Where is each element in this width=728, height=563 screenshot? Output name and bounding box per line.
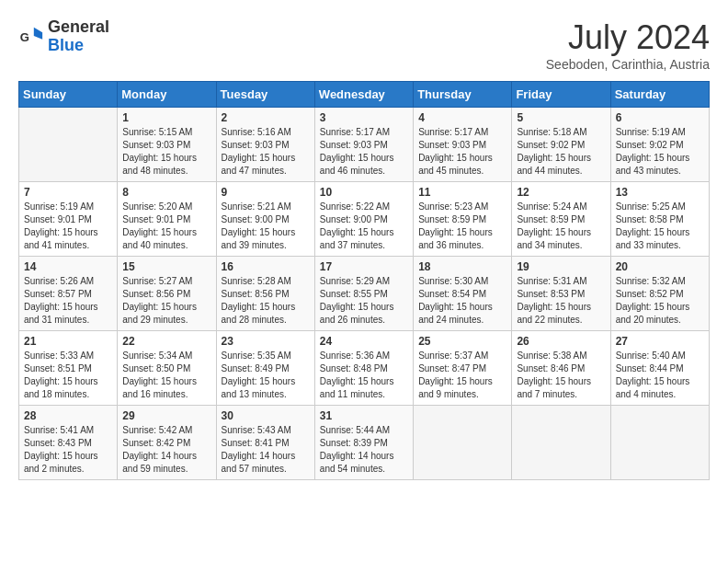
calendar-cell: 24Sunrise: 5:36 AM Sunset: 8:48 PM Dayli… [314,331,413,406]
day-info: Sunrise: 5:21 AM Sunset: 9:00 PM Dayligh… [222,201,310,252]
calendar-cell: 12Sunrise: 5:24 AM Sunset: 8:59 PM Dayli… [512,182,610,257]
day-number: 15 [122,260,210,273]
title-block: July 2024 Seeboden, Carinthia, Austria [546,18,710,72]
day-number: 9 [222,186,310,199]
calendar-cell: 30Sunrise: 5:43 AM Sunset: 8:41 PM Dayli… [216,406,314,480]
location: Seeboden, Carinthia, Austria [546,57,710,72]
day-info: Sunrise: 5:41 AM Sunset: 8:43 PM Dayligh… [24,424,112,476]
day-info: Sunrise: 5:17 AM Sunset: 9:03 PM Dayligh… [418,126,506,178]
calendar-cell: 16Sunrise: 5:28 AM Sunset: 8:56 PM Dayli… [216,257,314,331]
day-number: 26 [517,335,605,348]
weekday-header-wednesday: Wednesday [314,82,413,108]
calendar-cell: 19Sunrise: 5:31 AM Sunset: 8:53 PM Dayli… [512,257,610,331]
day-info: Sunrise: 5:24 AM Sunset: 8:59 PM Dayligh… [517,201,605,252]
day-info: Sunrise: 5:35 AM Sunset: 8:49 PM Dayligh… [222,350,310,401]
week-row-1: 1Sunrise: 5:15 AM Sunset: 9:03 PM Daylig… [19,108,710,182]
calendar-cell: 13Sunrise: 5:25 AM Sunset: 8:58 PM Dayli… [610,182,709,257]
logo: G General Blue [18,18,109,55]
day-number: 10 [320,186,408,199]
day-info: Sunrise: 5:27 AM Sunset: 8:56 PM Dayligh… [122,275,210,327]
week-row-5: 28Sunrise: 5:41 AM Sunset: 8:43 PM Dayli… [19,406,710,480]
day-number: 5 [517,111,605,124]
calendar-cell: 10Sunrise: 5:22 AM Sunset: 9:00 PM Dayli… [314,182,413,257]
logo-blue-text: Blue [48,37,109,55]
day-info: Sunrise: 5:25 AM Sunset: 8:58 PM Dayligh… [616,201,704,252]
calendar-cell: 18Sunrise: 5:30 AM Sunset: 8:54 PM Dayli… [414,257,512,331]
day-info: Sunrise: 5:36 AM Sunset: 8:48 PM Dayligh… [320,350,408,401]
calendar-cell: 27Sunrise: 5:40 AM Sunset: 8:44 PM Dayli… [610,331,709,406]
calendar-cell: 1Sunrise: 5:15 AM Sunset: 9:03 PM Daylig… [118,108,216,182]
calendar-cell: 26Sunrise: 5:38 AM Sunset: 8:46 PM Dayli… [512,331,610,406]
month-year: July 2024 [546,18,710,57]
day-info: Sunrise: 5:29 AM Sunset: 8:55 PM Dayligh… [320,275,408,327]
day-info: Sunrise: 5:34 AM Sunset: 8:50 PM Dayligh… [122,350,210,401]
day-info: Sunrise: 5:19 AM Sunset: 9:01 PM Dayligh… [24,201,112,252]
calendar-cell: 17Sunrise: 5:29 AM Sunset: 8:55 PM Dayli… [314,257,413,331]
day-number: 16 [222,260,310,273]
day-number: 20 [616,260,704,273]
day-number: 1 [122,111,210,124]
weekday-header-saturday: Saturday [610,82,709,108]
day-info: Sunrise: 5:37 AM Sunset: 8:47 PM Dayligh… [418,350,506,401]
day-info: Sunrise: 5:32 AM Sunset: 8:52 PM Dayligh… [616,275,704,327]
day-number: 11 [418,186,506,199]
calendar-table: SundayMondayTuesdayWednesdayThursdayFrid… [18,81,710,480]
day-number: 18 [418,260,506,273]
day-number: 24 [320,335,408,348]
day-info: Sunrise: 5:44 AM Sunset: 8:39 PM Dayligh… [320,424,408,476]
weekday-header-friday: Friday [512,82,610,108]
day-number: 19 [517,260,605,273]
day-number: 7 [24,186,112,199]
calendar-cell [19,108,118,182]
calendar-cell: 21Sunrise: 5:33 AM Sunset: 8:51 PM Dayli… [19,331,118,406]
day-number: 28 [24,409,112,422]
weekday-header-monday: Monday [118,82,216,108]
calendar-cell: 20Sunrise: 5:32 AM Sunset: 8:52 PM Dayli… [610,257,709,331]
day-number: 31 [320,409,408,422]
calendar-cell: 5Sunrise: 5:18 AM Sunset: 9:02 PM Daylig… [512,108,610,182]
weekday-header-row: SundayMondayTuesdayWednesdayThursdayFrid… [19,82,710,108]
day-info: Sunrise: 5:28 AM Sunset: 8:56 PM Dayligh… [222,275,310,327]
week-row-4: 21Sunrise: 5:33 AM Sunset: 8:51 PM Dayli… [19,331,710,406]
calendar-cell: 3Sunrise: 5:17 AM Sunset: 9:03 PM Daylig… [314,108,413,182]
calendar-cell: 22Sunrise: 5:34 AM Sunset: 8:50 PM Dayli… [118,331,216,406]
calendar-cell: 11Sunrise: 5:23 AM Sunset: 8:59 PM Dayli… [414,182,512,257]
calendar-cell: 7Sunrise: 5:19 AM Sunset: 9:01 PM Daylig… [19,182,118,257]
svg-marker-1 [34,28,42,40]
calendar-cell: 23Sunrise: 5:35 AM Sunset: 8:49 PM Dayli… [216,331,314,406]
calendar-cell: 9Sunrise: 5:21 AM Sunset: 9:00 PM Daylig… [216,182,314,257]
day-number: 4 [418,111,506,124]
day-number: 8 [122,186,210,199]
day-number: 27 [616,335,704,348]
calendar-cell: 8Sunrise: 5:20 AM Sunset: 9:01 PM Daylig… [118,182,216,257]
weekday-header-sunday: Sunday [19,82,118,108]
calendar-cell [414,406,512,480]
weekday-header-tuesday: Tuesday [216,82,314,108]
calendar-cell: 2Sunrise: 5:16 AM Sunset: 9:03 PM Daylig… [216,108,314,182]
day-number: 22 [122,335,210,348]
calendar-cell: 14Sunrise: 5:26 AM Sunset: 8:57 PM Dayli… [19,257,118,331]
day-info: Sunrise: 5:40 AM Sunset: 8:44 PM Dayligh… [616,350,704,401]
day-info: Sunrise: 5:26 AM Sunset: 8:57 PM Dayligh… [24,275,112,327]
calendar-cell [512,406,610,480]
calendar-cell: 25Sunrise: 5:37 AM Sunset: 8:47 PM Dayli… [414,331,512,406]
day-info: Sunrise: 5:33 AM Sunset: 8:51 PM Dayligh… [24,350,112,401]
day-info: Sunrise: 5:18 AM Sunset: 9:02 PM Dayligh… [517,126,605,178]
day-number: 14 [24,260,112,273]
day-info: Sunrise: 5:23 AM Sunset: 8:59 PM Dayligh… [418,201,506,252]
day-number: 25 [418,335,506,348]
week-row-3: 14Sunrise: 5:26 AM Sunset: 8:57 PM Dayli… [19,257,710,331]
day-info: Sunrise: 5:43 AM Sunset: 8:41 PM Dayligh… [222,424,310,476]
day-number: 23 [222,335,310,348]
logo-general-text: General [48,18,109,37]
day-info: Sunrise: 5:19 AM Sunset: 9:02 PM Dayligh… [616,126,704,178]
day-number: 12 [517,186,605,199]
day-number: 6 [616,111,704,124]
day-info: Sunrise: 5:16 AM Sunset: 9:03 PM Dayligh… [222,126,310,178]
day-info: Sunrise: 5:31 AM Sunset: 8:53 PM Dayligh… [517,275,605,327]
day-number: 30 [222,409,310,422]
calendar-cell: 28Sunrise: 5:41 AM Sunset: 8:43 PM Dayli… [19,406,118,480]
day-number: 29 [122,409,210,422]
day-number: 21 [24,335,112,348]
day-info: Sunrise: 5:15 AM Sunset: 9:03 PM Dayligh… [122,126,210,178]
